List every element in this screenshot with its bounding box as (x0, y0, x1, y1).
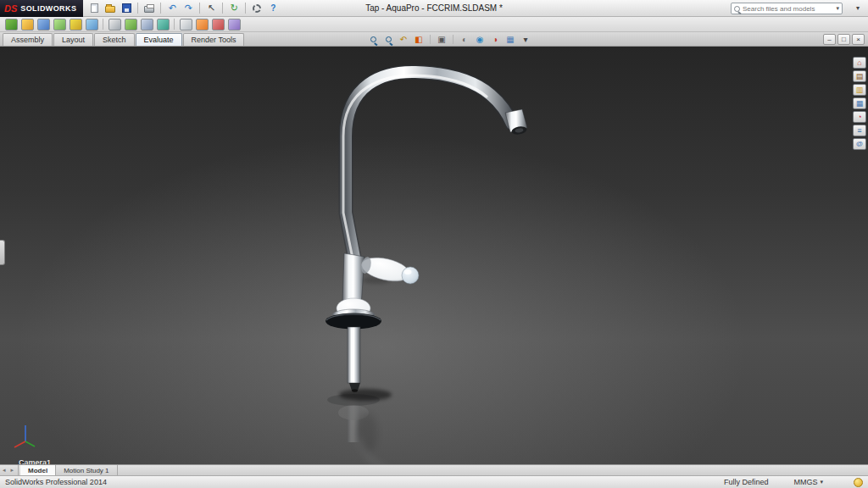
measure-button[interactable] (226, 17, 242, 31)
view-orientation-button[interactable]: ▣ (435, 34, 448, 46)
solidworks-resources-icon: ⌂ (857, 59, 861, 67)
edit-component-button[interactable] (3, 17, 19, 31)
zoom-to-area-icon (386, 36, 392, 42)
toolbar-separator (137, 3, 138, 14)
undo-button[interactable]: ↶ (164, 1, 180, 15)
quick-tips-icon[interactable] (854, 478, 863, 487)
select-cursor-icon: ↖ (208, 3, 215, 13)
toolbar-separator (222, 3, 223, 14)
open-button[interactable] (103, 1, 118, 15)
custom-properties-button[interactable]: ≡ (853, 125, 866, 136)
zoom-to-fit-icon (370, 36, 376, 42)
reference-geometry-button[interactable] (139, 17, 154, 31)
edit-component-icon (5, 19, 18, 30)
solidworks-window: DS SOLIDWORKS ↶ ↷ ↖ ↻ ? Tap - AquaPro - … (0, 0, 868, 488)
print-icon (144, 6, 154, 13)
smart-fasteners-button[interactable] (68, 17, 83, 31)
design-library-button[interactable]: ▤ (853, 70, 866, 82)
search-icon (734, 6, 740, 12)
toolbar-separator (199, 3, 200, 14)
status-app-version: SolidWorks Professional 2014 (5, 478, 107, 486)
redo-button[interactable]: ↷ (181, 1, 196, 15)
toolbar-separator (245, 3, 246, 14)
graphics-area[interactable]: Camera1 ⌂ ▤ ▥ ▦ ◔ ≡ @ (0, 47, 868, 464)
view-orientation-icon: ▣ (437, 36, 445, 44)
save-button[interactable] (119, 1, 134, 15)
units-selector[interactable]: MMGS ▾ (793, 478, 823, 486)
view-palette-button[interactable]: ▦ (853, 97, 866, 109)
standard-toolbar: ↶ ↷ ↖ ↻ ? (83, 1, 284, 15)
new-motion-study-button[interactable] (155, 17, 170, 31)
solidworks-resources-button[interactable]: ⌂ (853, 57, 866, 69)
status-bar: SolidWorks Professional 2014 Fully Defin… (0, 475, 868, 488)
restore-document-button[interactable]: □ (837, 34, 850, 45)
solidworks-forum-icon: @ (856, 141, 863, 147)
display-style-button[interactable]: ◐ (458, 34, 471, 46)
tab-model[interactable]: Model (20, 465, 56, 475)
toolbar-separator (430, 35, 431, 44)
tab-scroll-left-icon[interactable]: ◂ (0, 465, 8, 475)
help-button[interactable]: ? (265, 1, 281, 15)
edit-appearance-icon: ◑ (492, 36, 498, 44)
minimize-document-button[interactable]: – (823, 34, 836, 45)
handle-cap-highlight (404, 269, 412, 274)
tab-layout[interactable]: Layout (53, 33, 93, 46)
bill-of-materials-button[interactable] (178, 17, 193, 31)
file-explorer-button[interactable]: ▥ (853, 84, 866, 96)
new-document-button[interactable] (86, 1, 102, 15)
assembly-features-button[interactable] (123, 17, 138, 31)
solidworks-forum-button[interactable]: @ (853, 138, 866, 150)
section-view-button[interactable]: ◧ (412, 34, 426, 46)
exploded-view-button[interactable] (194, 17, 209, 31)
interference-detection-button[interactable] (210, 17, 225, 31)
tab-motion-study-1[interactable]: Motion Study 1 (56, 465, 117, 475)
faucet-model[interactable] (326, 72, 527, 392)
supply-stem (348, 327, 360, 383)
zoom-to-fit-button[interactable] (366, 34, 380, 46)
tab-evaluate[interactable]: Evaluate (136, 33, 182, 46)
titlebar-expand-chevron-icon[interactable]: ▾ (856, 4, 860, 12)
linear-component-pattern-button[interactable] (52, 17, 67, 31)
appearances-scenes-icon: ◔ (857, 114, 861, 121)
print-button[interactable] (142, 1, 157, 15)
tab-sketch[interactable]: Sketch (94, 33, 135, 46)
spout-outline (346, 72, 512, 262)
previous-view-button[interactable]: ↶ (397, 34, 410, 46)
tab-render-tools[interactable]: Render Tools (183, 33, 245, 46)
view-settings-button[interactable]: ▾ (519, 34, 532, 46)
insert-components-icon (21, 19, 34, 30)
appearances-scenes-button[interactable]: ◔ (853, 111, 866, 123)
view-palette-icon: ▦ (856, 100, 864, 108)
tab-scroll-right-icon[interactable]: ▸ (8, 465, 17, 475)
search-input[interactable] (743, 5, 833, 13)
section-view-icon: ◧ (415, 36, 422, 44)
toolbar-separator (103, 19, 103, 30)
panel-splitter-handle[interactable] (0, 240, 5, 265)
undo-icon: ↶ (169, 3, 176, 13)
solidworks-wordmark: SOLIDWORKS (20, 4, 76, 13)
insert-components-button[interactable] (19, 17, 35, 31)
close-document-button[interactable]: × (852, 34, 865, 45)
move-component-button[interactable] (84, 17, 99, 31)
units-label: MMGS (793, 478, 817, 486)
options-button[interactable] (249, 1, 264, 15)
tab-assembly[interactable]: Assembly (3, 33, 53, 46)
search-scope-caret-icon[interactable]: ▾ (836, 5, 839, 12)
hide-show-items-button[interactable]: ◉ (473, 34, 487, 46)
apply-scene-button[interactable]: ▦ (504, 34, 517, 46)
redo-icon: ↷ (185, 3, 192, 13)
3d-viewport-canvas[interactable] (0, 47, 868, 464)
mate-button[interactable] (36, 17, 51, 31)
rebuild-button[interactable]: ↻ (226, 1, 242, 15)
linear-component-pattern-icon (53, 19, 66, 30)
select-button[interactable]: ↖ (203, 1, 219, 15)
zoom-to-area-button[interactable] (381, 34, 395, 46)
reference-geometry-icon (141, 19, 153, 30)
command-manager-tab-bar: Assembly Layout Sketch Evaluate Render T… (0, 32, 868, 47)
show-hidden-components-icon (108, 19, 121, 30)
tab-bar-separator (18, 465, 19, 475)
mate-icon (37, 19, 50, 30)
show-hidden-components-button[interactable] (107, 17, 122, 31)
new-document-icon (91, 3, 98, 13)
edit-appearance-button[interactable]: ◑ (488, 34, 502, 46)
